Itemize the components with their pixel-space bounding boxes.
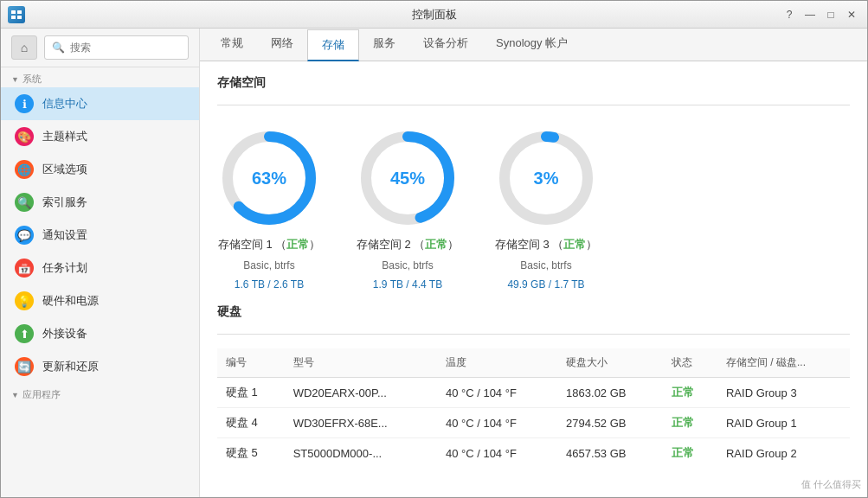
- search-icon: 🔍: [52, 42, 65, 54]
- chevron-down-icon: ▼: [11, 75, 19, 84]
- svg-rect-3: [17, 16, 22, 19]
- tab-general[interactable]: 常规: [207, 29, 257, 61]
- help-button[interactable]: ?: [781, 6, 798, 23]
- svg-rect-0: [11, 10, 16, 14]
- svg-rect-2: [11, 16, 16, 19]
- sidebar-item-task[interactable]: 📅 任务计划: [1, 252, 199, 284]
- hdd-status-1: 正常: [663, 378, 717, 408]
- sidebar-item-update[interactable]: 🔄 更新和还原: [1, 350, 199, 383]
- storage-type-2: Basic, btrfs: [382, 259, 433, 271]
- donut-chart-2: 45%: [356, 126, 460, 230]
- titlebar-left: [8, 6, 25, 23]
- hdd-section: 硬盘 编号 型号 温度 硬盘大小 状态 存储空间 / 磁盘...: [217, 304, 850, 468]
- sidebar-home-area: ⌂ 🔍: [1, 29, 199, 67]
- hdd-group-2: RAID Group 1: [717, 408, 850, 438]
- storage-size-3: 49.9 GB / 1.7 TB: [507, 278, 584, 290]
- hdd-status-2: 正常: [663, 408, 717, 438]
- tabs-bar: 常规 网络 存储 服务 设备分析 Synology 帐户: [200, 29, 867, 61]
- hdd-id-2: 硬盘 4: [217, 408, 285, 438]
- hdd-id-1: 硬盘 1: [217, 378, 285, 408]
- hdd-group-1: RAID Group 3: [717, 378, 850, 408]
- hdd-temp-2: 40 °C / 104 °F: [437, 408, 557, 438]
- tab-synology[interactable]: Synology 帐户: [482, 29, 582, 61]
- info-icon: ℹ: [15, 94, 34, 113]
- tab-network[interactable]: 网络: [257, 29, 307, 61]
- donut-label-3: 3%: [534, 169, 559, 188]
- sidebar-item-region[interactable]: 🌐 区域选项: [1, 153, 199, 186]
- table-row: 硬盘 5 ST5000DM000-... 40 °C / 104 °F 4657…: [217, 438, 850, 469]
- search-service-icon: 🔍: [15, 193, 34, 212]
- main-layout: ⌂ 🔍 ▼ 系统 ℹ 信息中心 🎨 主题样式 🌐 区域选项: [1, 29, 867, 497]
- storage-charts: 63% 存储空间 1 （正常） Basic, btrfs 1.6 TB / 2.…: [217, 119, 850, 297]
- titlebar: 控制面板 ? — □ ✕: [1, 1, 867, 29]
- sidebar-item-power[interactable]: 💡 硬件和电源: [1, 284, 199, 317]
- donut-chart-1: 63%: [217, 126, 321, 230]
- theme-icon: 🎨: [15, 127, 34, 146]
- sidebar-item-search[interactable]: 🔍 索引服务: [1, 186, 199, 219]
- hdd-id-3: 硬盘 5: [217, 438, 285, 469]
- sidebar: ⌂ 🔍 ▼ 系统 ℹ 信息中心 🎨 主题样式 🌐 区域选项: [1, 29, 200, 497]
- region-icon: 🌐: [15, 160, 34, 179]
- sidebar-item-notify[interactable]: 💬 通知设置: [1, 219, 199, 252]
- storage-name-2: 存储空间 2 （正常）: [357, 237, 459, 252]
- svg-rect-1: [17, 10, 22, 14]
- app-icon: [8, 6, 25, 23]
- external-icon: ⬆: [15, 324, 34, 343]
- col-header-group: 存储空间 / 磁盘...: [717, 348, 850, 378]
- sidebar-item-external[interactable]: ⬆ 外接设备: [1, 317, 199, 350]
- chevron-down-icon-apps: ▼: [11, 391, 19, 399]
- storage-name-3: 存储空间 3 （正常）: [495, 237, 597, 252]
- update-icon: 🔄: [15, 357, 34, 376]
- sidebar-section-apps: ▼ 应用程序: [1, 383, 199, 403]
- hdd-model-1: WD20EARX-00P...: [285, 378, 437, 408]
- storage-item-3: 3% 存储空间 3 （正常） Basic, btrfs 49.9 GB / 1.…: [494, 126, 598, 290]
- storage-item-1: 63% 存储空间 1 （正常） Basic, btrfs 1.6 TB / 2.…: [217, 126, 321, 290]
- storage-item-2: 45% 存储空间 2 （正常） Basic, btrfs 1.9 TB / 4.…: [356, 126, 460, 290]
- donut-label-2: 45%: [390, 169, 425, 188]
- maximize-button[interactable]: □: [822, 6, 839, 23]
- table-row: 硬盘 4 WD30EFRX-68E... 40 °C / 104 °F 2794…: [217, 408, 850, 438]
- tab-storage[interactable]: 存储: [307, 29, 359, 61]
- task-icon: 📅: [15, 259, 34, 278]
- storage-section-title: 存储空间: [217, 75, 850, 91]
- hdd-temp-3: 40 °C / 104 °F: [437, 438, 557, 469]
- search-box[interactable]: 🔍: [44, 35, 189, 60]
- home-button[interactable]: ⌂: [11, 35, 37, 60]
- main-window: 控制面板 ? — □ ✕ ⌂ 🔍 ▼ 系统 ℹ 信息中心: [0, 0, 868, 498]
- hdd-model-2: WD30EFRX-68E...: [285, 408, 437, 438]
- col-header-size: 硬盘大小: [557, 348, 663, 378]
- hdd-group-3: RAID Group 2: [717, 438, 850, 469]
- minimize-button[interactable]: —: [801, 6, 819, 23]
- col-header-model: 型号: [285, 348, 437, 378]
- hdd-size-1: 1863.02 GB: [557, 378, 663, 408]
- hdd-size-3: 4657.53 GB: [557, 438, 663, 469]
- content-area: 常规 网络 存储 服务 设备分析 Synology 帐户 存储空间: [200, 29, 867, 497]
- storage-type-3: Basic, btrfs: [520, 259, 571, 271]
- sidebar-section-system: ▼ 系统: [1, 67, 199, 87]
- storage-type-1: Basic, btrfs: [243, 259, 294, 271]
- close-button[interactable]: ✕: [843, 6, 860, 23]
- storage-size-1: 1.6 TB / 2.6 TB: [235, 278, 304, 290]
- hdd-size-2: 2794.52 GB: [557, 408, 663, 438]
- table-row: 硬盘 1 WD20EARX-00P... 40 °C / 104 °F 1863…: [217, 378, 850, 408]
- tab-service[interactable]: 服务: [359, 29, 409, 61]
- watermark: 值 什么值得买: [801, 478, 861, 491]
- titlebar-controls: ? — □ ✕: [781, 6, 860, 23]
- hdd-section-title: 硬盘: [217, 304, 850, 320]
- tab-device[interactable]: 设备分析: [409, 29, 482, 61]
- notify-icon: 💬: [15, 226, 34, 245]
- sidebar-item-info[interactable]: ℹ 信息中心: [1, 87, 199, 120]
- col-header-status: 状态: [663, 348, 717, 378]
- window-title: 控制面板: [412, 7, 457, 22]
- donut-label-1: 63%: [252, 169, 286, 188]
- storage-size-2: 1.9 TB / 4.4 TB: [373, 278, 442, 290]
- donut-chart-3: 3%: [494, 126, 598, 230]
- hdd-model-3: ST5000DM000-...: [285, 438, 437, 469]
- hdd-table: 编号 型号 温度 硬盘大小 状态 存储空间 / 磁盘... 硬盘 1: [217, 348, 850, 468]
- sidebar-item-theme[interactable]: 🎨 主题样式: [1, 120, 199, 153]
- hdd-status-3: 正常: [663, 438, 717, 469]
- storage-name-1: 存储空间 1 （正常）: [218, 237, 320, 252]
- content-body: 存储空间 63%: [200, 61, 867, 497]
- power-icon: 💡: [15, 291, 34, 310]
- search-input[interactable]: [70, 42, 181, 54]
